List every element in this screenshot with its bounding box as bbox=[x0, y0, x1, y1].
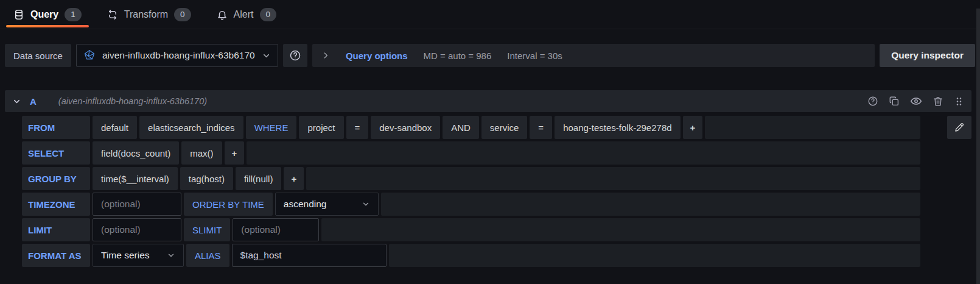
tab-query-label: Query bbox=[30, 9, 58, 20]
row-filler bbox=[247, 141, 920, 165]
retention-policy-segment[interactable]: default bbox=[93, 116, 137, 139]
toggle-visibility-eye-icon[interactable] bbox=[910, 95, 922, 107]
query-row-actions bbox=[867, 95, 964, 107]
format-as-row: FORMAT AS Time series ALIAS bbox=[22, 244, 920, 267]
add-select-part-button[interactable]: + bbox=[225, 141, 245, 165]
query-ref-id: A bbox=[30, 96, 37, 107]
datasource-picker[interactable]: aiven-influxdb-hoang-influx-63b6170 bbox=[76, 44, 278, 67]
query-row-header[interactable]: A (aiven-influxdb-hoang-influx-63b6170) bbox=[5, 90, 971, 112]
datasource-help-button[interactable] bbox=[283, 44, 307, 67]
toggle-text-edit-mode-button[interactable] bbox=[947, 116, 971, 139]
tab-alert-count-badge: 0 bbox=[260, 8, 277, 21]
group-by-row: GROUP BY time($__interval) tag(host) fil… bbox=[22, 167, 920, 190]
datasource-name: aiven-influxdb-hoang-influx-63b6170 bbox=[102, 50, 255, 61]
where-key-segment[interactable]: project bbox=[299, 116, 343, 139]
query-help-icon[interactable] bbox=[867, 96, 878, 107]
group-by-tag-segment[interactable]: tag(host) bbox=[180, 167, 233, 190]
bell-icon bbox=[217, 9, 228, 20]
datasource-label: Data source bbox=[5, 44, 71, 67]
row-filler bbox=[381, 193, 920, 216]
tab-alert-label: Alert bbox=[234, 9, 254, 20]
question-circle-icon bbox=[289, 49, 301, 62]
tab-transform[interactable]: Transform 0 bbox=[99, 0, 200, 29]
group-by-time-segment[interactable]: time($__interval) bbox=[93, 167, 178, 190]
add-condition-button[interactable]: + bbox=[683, 116, 703, 139]
from-row-label: FROM bbox=[22, 116, 90, 139]
query-options-strip: Query options MD = auto = 986 Interval =… bbox=[312, 44, 875, 67]
select-row: SELECT field(docs_count) max() + bbox=[22, 141, 920, 165]
tab-query[interactable]: Query 1 bbox=[5, 0, 90, 29]
where-key2-segment[interactable]: service bbox=[481, 116, 528, 139]
chevron-down-icon bbox=[167, 251, 175, 260]
query-inspector-button[interactable]: Query inspector bbox=[880, 44, 975, 67]
limit-row-label: LIMIT bbox=[22, 218, 90, 241]
measurement-segment[interactable]: elasticsearch_indices bbox=[139, 116, 243, 139]
query-editor-card: A (aiven-influxdb-hoang-influx-63b6170) bbox=[5, 90, 971, 267]
tab-transform-count-badge: 0 bbox=[174, 8, 191, 21]
limit-input[interactable] bbox=[93, 218, 181, 241]
chevron-right-icon bbox=[321, 51, 330, 60]
transform-icon bbox=[107, 9, 118, 20]
interval-info: Interval = 30s bbox=[507, 51, 562, 61]
select-aggregation-segment[interactable]: max() bbox=[181, 141, 222, 165]
select-field-segment[interactable]: field(docs_count) bbox=[93, 141, 179, 165]
order-by-time-label: ORDER BY TIME bbox=[184, 193, 273, 216]
max-data-points-info: MD = auto = 986 bbox=[424, 51, 492, 61]
alias-label: ALIAS bbox=[186, 244, 229, 267]
where-value-segment[interactable]: dev-sandbox bbox=[371, 116, 440, 139]
format-as-value: Time series bbox=[101, 250, 150, 261]
panel-editor-tabbar: Query 1 Transform 0 Alert 0 bbox=[0, 0, 980, 29]
where-operator-segment[interactable]: = bbox=[346, 116, 369, 139]
select-row-label: SELECT bbox=[22, 141, 90, 165]
chevron-down-icon bbox=[362, 200, 370, 208]
slimit-label: SLIMIT bbox=[184, 218, 230, 241]
format-as-row-label: FORMAT AS bbox=[22, 244, 90, 267]
limit-row: LIMIT SLIMIT bbox=[22, 218, 920, 241]
row-filler bbox=[705, 116, 920, 139]
influxdb-query-editor: FROM default elasticsearch_indices WHERE… bbox=[5, 116, 971, 267]
from-row: FROM default elasticsearch_indices WHERE… bbox=[22, 116, 920, 139]
group-by-row-label: GROUP BY bbox=[22, 167, 90, 190]
tab-query-count-badge: 1 bbox=[65, 8, 82, 21]
collapse-chevron-down-icon[interactable] bbox=[12, 97, 21, 106]
influxdb-logo-icon bbox=[83, 49, 96, 62]
group-by-fill-segment[interactable]: fill(null) bbox=[236, 167, 282, 190]
row-filler bbox=[321, 218, 920, 241]
tab-transform-label: Transform bbox=[124, 9, 168, 20]
where-value2-segment[interactable]: hoang-testes-folk-29e278d bbox=[555, 116, 680, 139]
query-toolbar: Data source aiven-influxdb-hoang-influx-… bbox=[5, 44, 975, 67]
drag-handle-icon[interactable] bbox=[954, 96, 964, 107]
database-icon bbox=[13, 9, 24, 20]
timezone-input[interactable] bbox=[93, 193, 181, 216]
pencil-icon bbox=[954, 122, 965, 133]
add-group-by-button[interactable]: + bbox=[284, 167, 304, 190]
slimit-input[interactable] bbox=[233, 218, 319, 241]
chevron-down-icon bbox=[262, 51, 271, 60]
where-operator2-segment[interactable]: = bbox=[530, 116, 552, 139]
vertical-scrollbar[interactable] bbox=[976, 9, 980, 284]
query-options-toggle[interactable]: Query options bbox=[346, 51, 408, 61]
editor-right-rail bbox=[920, 116, 971, 139]
order-by-time-value: ascending bbox=[284, 199, 327, 210]
row-filler bbox=[389, 244, 920, 267]
row-filler bbox=[306, 167, 920, 190]
alias-input[interactable] bbox=[232, 244, 387, 267]
tab-alert[interactable]: Alert 0 bbox=[208, 0, 285, 29]
delete-query-trash-icon[interactable] bbox=[933, 96, 943, 107]
duplicate-query-icon[interactable] bbox=[889, 96, 900, 107]
query-datasource-hint: (aiven-influxdb-hoang-influx-63b6170) bbox=[58, 96, 207, 106]
where-condition-join-segment[interactable]: AND bbox=[443, 116, 479, 139]
timezone-row-label: TIMEZONE bbox=[22, 193, 90, 216]
format-as-select[interactable]: Time series bbox=[93, 244, 184, 267]
order-by-time-select[interactable]: ascending bbox=[275, 193, 379, 216]
timezone-row: TIMEZONE ORDER BY TIME ascending bbox=[22, 193, 920, 216]
where-keyword: WHERE bbox=[246, 116, 297, 139]
